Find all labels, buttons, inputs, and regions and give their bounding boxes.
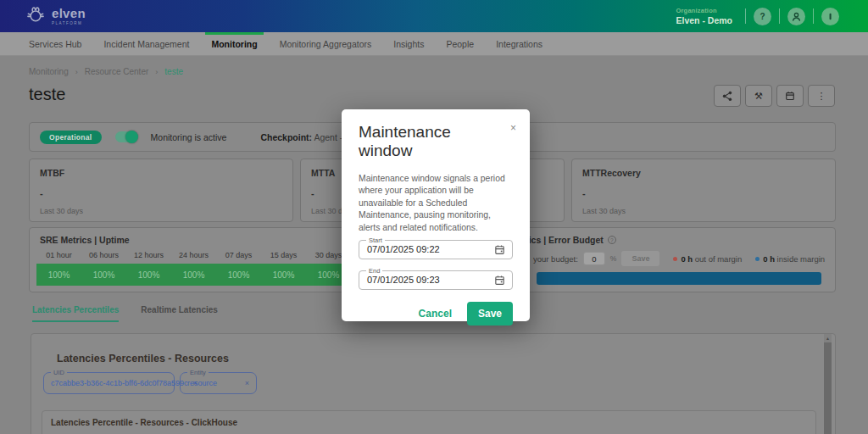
tools-icon: ⚒ [754, 91, 763, 102]
elven-logo[interactable]: elven PLATFORM [25, 4, 86, 28]
scrollbar-thumb[interactable] [824, 342, 832, 434]
header-divider [745, 8, 746, 24]
uptime-cell: 100% [261, 264, 306, 286]
percent-sign: % [610, 254, 617, 263]
chevron-right-icon: › [75, 68, 78, 76]
end-field-value[interactable]: 07/01/2025 09:23 [367, 275, 494, 285]
monitoring-toggle[interactable] [115, 131, 137, 142]
entity-filter-field[interactable]: Entity resource × [180, 372, 257, 394]
uptime-col-label: 15 days [261, 251, 306, 259]
uptime-cell: 100% [171, 264, 216, 286]
metric-card-mtbf: MTBF - Last 30 days [29, 159, 293, 222]
uptime-cell: 100% [126, 264, 171, 286]
help-icon[interactable]: ? [754, 8, 771, 25]
app-screen: elven PLATFORM Organization Elven - Demo… [0, 0, 868, 434]
nav-item-people[interactable]: People [446, 32, 474, 56]
organization-name: Elven - Demo [676, 15, 732, 25]
kebab-menu-icon: ⋮ [817, 91, 826, 102]
logo-text: elven [52, 7, 86, 19]
breadcrumb-resource-center[interactable]: Resource Center [85, 67, 149, 76]
uptime-cell: 100% [81, 264, 126, 286]
chevron-right-icon: › [155, 68, 158, 76]
organization-info: Organization Elven - Demo [676, 7, 732, 25]
uptime-col-label: 01 hour [36, 251, 81, 259]
calendar-icon[interactable] [494, 244, 505, 255]
logo-subtext: PLATFORM [52, 21, 86, 25]
nav-item-incident-management[interactable]: Incident Management [103, 32, 189, 56]
blue-dot-icon [755, 257, 760, 261]
metric-title: MTBF [40, 168, 282, 178]
end-field-label: End [366, 267, 382, 275]
metric-caption: Last 30 days [40, 207, 282, 215]
latencies-panel: Latencies Percentiles - Resources UID c7… [31, 333, 836, 434]
close-icon[interactable]: × [510, 123, 516, 133]
support-person-icon[interactable] [787, 8, 805, 25]
nav-item-insights[interactable]: Insights [393, 32, 424, 56]
uptime-col-label: 06 hours [81, 251, 126, 259]
legend-inside-margin: 0 h inside margin [755, 254, 825, 264]
header-divider [813, 8, 814, 24]
active-tab-indicator [205, 32, 263, 35]
start-datetime-field[interactable]: Start 07/01/2025 09:22 [359, 240, 513, 259]
help-icon[interactable]: ? [608, 236, 616, 244]
tab-realtime-latencies[interactable]: Realtime Latencies [141, 305, 218, 322]
breadcrumb-current: teste [164, 67, 183, 76]
page-title: teste [29, 85, 65, 104]
nav-item-monitoring-aggregators[interactable]: Monitoring Aggregators [280, 32, 372, 56]
metric-value: - [582, 188, 825, 198]
clickhouse-subcard: Latencies Percentile - Resources - Click… [42, 410, 816, 434]
maintenance-window-modal: × Maintenance window Maintenance window … [342, 109, 530, 321]
save-button[interactable]: Save [467, 302, 513, 326]
nav-item-integrations[interactable]: Integrations [496, 32, 542, 56]
uptime-col-label: 07 days [216, 251, 261, 259]
share-graph-icon [722, 91, 732, 101]
tab-latencies-percentiles[interactable]: Latencies Percentiles [32, 305, 119, 322]
entity-chip-value: resource [187, 379, 240, 387]
start-field-label: Start [366, 236, 385, 244]
modal-title: Maintenance window [359, 123, 494, 160]
remove-entity-chip-icon[interactable]: × [245, 379, 249, 387]
metric-caption: Last 30 days [582, 207, 825, 215]
breadcrumb-monitoring[interactable]: Monitoring [29, 67, 69, 76]
breadcrumb: Monitoring › Resource Center › teste [29, 67, 183, 76]
tools-button[interactable]: ⚒ [745, 85, 772, 107]
uid-field-label: UID [51, 369, 67, 376]
uptime-cell: 100% [36, 264, 81, 286]
nav-item-services-hub[interactable]: Services Hub [29, 32, 81, 56]
metric-title: MTTRecovery [582, 168, 825, 178]
budget-input[interactable] [583, 252, 605, 265]
end-datetime-field[interactable]: End 07/01/2025 09:23 [359, 270, 513, 290]
page-actions: ⚒ ⋮ [714, 85, 835, 107]
latencies-heading: Latencies Percentiles - Resources [31, 334, 835, 364]
uptime-cell: 100% [216, 264, 261, 286]
calendar-button[interactable] [776, 85, 804, 107]
budget-save-button[interactable]: Save [621, 251, 659, 266]
modal-description: Maintenance window signals a period wher… [359, 173, 513, 235]
entity-field-label: Entity [187, 369, 209, 376]
metric-card-mttrecovery: MTTRecovery - Last 30 days [571, 159, 836, 222]
metric-value: - [40, 188, 282, 198]
organization-label: Organization [676, 7, 732, 14]
nav-item-monitoring[interactable]: Monitoring [211, 32, 257, 56]
latency-tabs: Latencies Percentiles Realtime Latencies [32, 305, 218, 322]
header-divider [779, 8, 780, 24]
scroll-up-icon[interactable]: ▲ [824, 334, 832, 342]
start-field-value[interactable]: 07/01/2025 09:22 [367, 244, 494, 254]
uptime-col-label: 12 hours [126, 251, 171, 259]
toggle-knob [125, 131, 138, 143]
panel-scrollbar[interactable]: ▲ [824, 334, 832, 434]
clickhouse-subcard-title: Latencies Percentile - Resources - Click… [51, 418, 807, 427]
calendar-icon[interactable] [494, 275, 505, 286]
red-dot-icon [673, 257, 677, 261]
more-options-button[interactable]: ⋮ [808, 85, 835, 107]
error-budget-bar [537, 272, 821, 285]
elven-mascot-icon [25, 4, 46, 28]
uid-filter-field[interactable]: UID c7cabbe3-b36c-4c1b-bff6-6dc0f78a599c… [43, 372, 175, 394]
share-graph-button[interactable] [714, 85, 741, 107]
legend-out-of-margin: 0 h out of margin [673, 254, 742, 264]
calendar-icon [785, 91, 795, 101]
profile-avatar-icon[interactable] [821, 8, 839, 25]
main-navbar: Services Hub Incident Management Monitor… [0, 32, 868, 56]
budget-label: your budget: [533, 254, 578, 264]
cancel-button[interactable]: Cancel [419, 308, 452, 320]
